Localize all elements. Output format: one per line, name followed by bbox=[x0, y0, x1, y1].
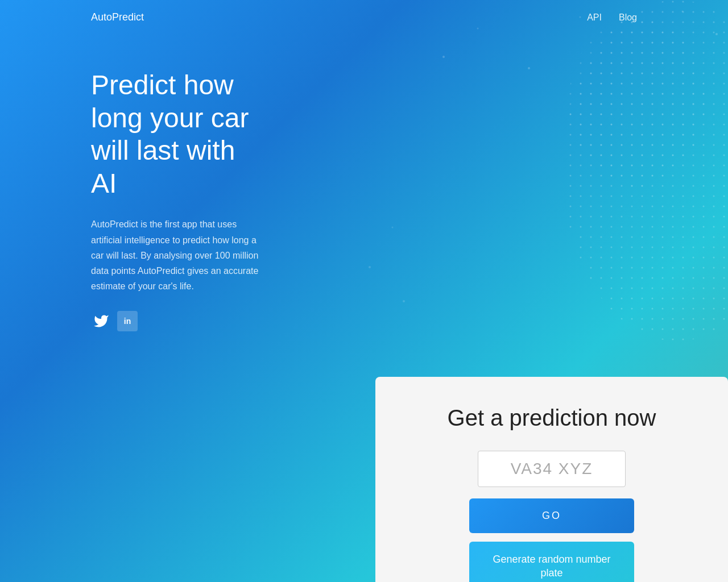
hero-content: Predict how long your car will last with… bbox=[0, 35, 353, 377]
nav-api-link[interactable]: API bbox=[587, 13, 602, 23]
linkedin-icon: in bbox=[124, 317, 131, 326]
svg-point-3 bbox=[442, 56, 445, 58]
prediction-title: Get a prediction now bbox=[398, 405, 705, 431]
go-button[interactable]: GO bbox=[469, 498, 634, 533]
brand-logo[interactable]: AutoPredict bbox=[91, 11, 144, 23]
prediction-card: Get a prediction now GO Generate random … bbox=[375, 377, 728, 582]
social-links: in bbox=[91, 311, 262, 331]
plate-input[interactable] bbox=[478, 451, 626, 487]
svg-point-11 bbox=[403, 300, 405, 302]
hero-description: AutoPredict is the first app that uses a… bbox=[91, 217, 262, 294]
svg-point-10 bbox=[392, 227, 394, 228]
twitter-link[interactable] bbox=[91, 311, 111, 331]
navbar: AutoPredict API Blog bbox=[0, 0, 728, 35]
hero-section: AutoPredict API Blog Predict how long yo… bbox=[0, 0, 728, 582]
svg-point-6 bbox=[528, 67, 530, 69]
random-plate-button[interactable]: Generate random number plate bbox=[469, 542, 634, 582]
linkedin-link[interactable]: in bbox=[117, 311, 138, 331]
nav-links: API Blog bbox=[587, 13, 637, 23]
svg-point-9 bbox=[369, 266, 371, 268]
hero-title: Predict how long your car will last with… bbox=[91, 69, 262, 199]
nav-blog-link[interactable]: Blog bbox=[619, 13, 637, 23]
twitter-icon bbox=[93, 313, 109, 329]
svg-point-2 bbox=[569, 17, 705, 188]
